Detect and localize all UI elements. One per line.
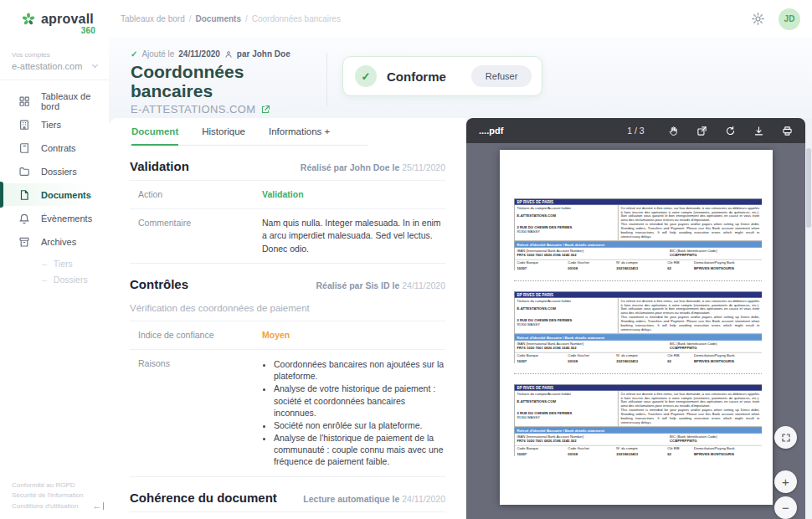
footer-link-securite[interactable]: Sécurité de l'information (12, 491, 102, 501)
rib-compte-label: N° du compte (616, 354, 665, 358)
archive-box-icon (18, 236, 30, 248)
rib-bank-name: BP RIVES DE PARIS (514, 292, 761, 298)
section-meta-date: 24/11/2020 (402, 280, 445, 290)
sidebar-item-archives[interactable]: Archives (0, 230, 109, 253)
section-meta-date: 24/11/2020 (402, 494, 445, 504)
sidebar-item-dossiers[interactable]: Dossiers (0, 160, 109, 182)
hand-tool-icon[interactable] (668, 126, 679, 136)
tab-informations[interactable]: Informations + (269, 126, 330, 145)
sidebar-nav: Tableaux de bord Tiers Contrats (0, 89, 109, 290)
section-title: Cohérence du document (130, 491, 277, 505)
validation-section-header: Validation Réalisé par John Doe le 25/11… (130, 159, 445, 173)
sidebar-item-label: Évènements (41, 213, 92, 224)
app-window: aprovall 360 Tableaux de bord / Document… (0, 0, 812, 519)
rib-code-guichet-label: Code Guichet (568, 447, 614, 451)
controles-section-header: Contrôles Réalisé par Sis ID le 24/11/20… (130, 277, 445, 291)
rib-bic-value: CCBPFRPPMTG (670, 439, 759, 444)
rib-block: BP RIVES DE PARIS Titulaire du compte/Ac… (514, 280, 762, 363)
rib-bank-name: BP RIVES DE PARIS (514, 385, 761, 391)
rib-iban-value: FR76 1020 7001 0820 2186 3245 362 (516, 254, 583, 258)
row-label: Action (138, 188, 262, 201)
breadcrumb-separator: / (245, 14, 248, 23)
download-icon[interactable] (753, 126, 764, 136)
rib-bic-value: CCBPFRPPMTG (670, 347, 759, 351)
rib-bic-value: CCBPFRPPMTG (670, 254, 759, 258)
fullscreen-button[interactable] (774, 426, 797, 449)
row-label: Indice de confiance (138, 329, 262, 342)
validation-table: Action Validation Commentaire Nam quis n… (130, 180, 445, 264)
sidebar-collapse-icon[interactable]: ← (93, 501, 105, 511)
conformity-status-card: ✓ Conforme Refuser (342, 56, 542, 96)
rib-code-guichet-label: Code Guichet (568, 354, 614, 358)
rib-band-title: Relevé d'Identité Bancaire / Bank detail… (514, 334, 761, 340)
document-detail-panel: Document Historique Informations + Valid… (109, 118, 466, 519)
rib-address-line2: 91300 MASSY (516, 322, 615, 326)
sidebar-item-tableaux-de-bord[interactable]: Tableaux de bord (0, 90, 109, 112)
sidebar-subitem-label: Tiers (54, 259, 73, 269)
rib-code-banque: 10207 (516, 266, 565, 270)
sidebar-item-contrats[interactable]: Contrats (0, 136, 109, 159)
tab-bar: Document Historique Informations + (130, 120, 367, 146)
bell-icon (18, 213, 30, 224)
rib-compte: 20218632453 (616, 452, 665, 456)
document-icon (18, 189, 30, 201)
print-icon[interactable] (782, 126, 793, 136)
table-row: Dénomination sociale Non retrouvé à l'id… (130, 512, 445, 519)
company-name: E-ATTESTATIONS.COM (131, 103, 255, 116)
zoom-in-button[interactable]: + (774, 470, 797, 493)
rib-notice-fr: Ce relevé est destiné à être remis, sur … (620, 392, 759, 408)
rib-domiciliation-label: Domiciliation/Paying Bank (694, 261, 757, 265)
breadcrumb-item-documents[interactable]: Documents (196, 14, 241, 23)
pdf-toolbar-actions (668, 126, 793, 136)
rib-code-guichet-label: Code Guichet (568, 261, 614, 265)
footer-link-conditions[interactable]: Conditions d'utilisation (12, 501, 102, 512)
sidebar-subitem-label: Dossiers (54, 275, 88, 285)
added-by: par John Doe (237, 49, 290, 59)
refuse-button[interactable]: Refuser (471, 65, 532, 87)
rib-domiciliation: BPRIVES MONTSOURIS (694, 266, 757, 270)
row-label: Raisons (138, 357, 262, 469)
account-switcher[interactable]: Vos comptes e-attestation.com (0, 48, 109, 80)
sidebar-item-documents[interactable]: Documents (0, 183, 109, 206)
controles-subheading: Vérification des coordonnées de paiement (130, 298, 445, 321)
viewer-scrollbar[interactable] (805, 118, 812, 519)
external-link-icon[interactable] (260, 105, 270, 115)
scrollbar-thumb[interactable] (806, 148, 811, 228)
section-title: Validation (130, 159, 189, 173)
added-meta: ✓ Ajouté le 24/11/2020 par John Doe (131, 49, 320, 59)
rib-notice-fr: Ce relevé est destiné à être remis, sur … (620, 206, 759, 222)
folder-icon (18, 166, 30, 177)
added-prefix: Ajouté le (141, 49, 174, 59)
sidebar-item-label: Documents (41, 190, 91, 200)
rib-iban-label: IBAN (International Bank Account Number) (516, 434, 583, 439)
sidebar-item-tiers[interactable]: Tiers (0, 113, 109, 136)
account-switcher-label: Vos comptes (12, 51, 100, 59)
section-title: Contrôles (130, 277, 188, 291)
pdf-canvas[interactable]: BP RIVES DE PARIS Titulaire du compte/Ac… (466, 143, 805, 519)
footer-link-rgpd[interactable]: Conformité au RGPD (12, 480, 102, 491)
zoom-out-button[interactable]: − (774, 496, 797, 519)
logo-wordmark: aprovall 360 (41, 13, 94, 26)
dashboard-icon (18, 95, 30, 107)
sidebar-subitem-archives-dossiers[interactable]: – Dossiers (0, 275, 109, 285)
rib-code-guichet: 00108 (568, 266, 614, 270)
user-avatar[interactable]: JD (779, 8, 800, 30)
rib-holder-name: E-ATTESTATIONS.COM (516, 400, 615, 404)
rib-notice-en: This statement is intended for your paye… (620, 316, 759, 331)
tab-historique[interactable]: Historique (202, 126, 245, 145)
reason-item: Coordonnées bancaires non ajoutées sur l… (274, 358, 445, 382)
settings-gear-icon[interactable] (751, 12, 765, 26)
reason-item: Analyse de l'historique de paiement de l… (274, 432, 445, 468)
breadcrumb-item-dashboards[interactable]: Tableaux de bord (121, 14, 185, 23)
logo[interactable]: aprovall 360 (0, 11, 109, 28)
sidebar-subitem-archives-tiers[interactable]: – Tiers (0, 259, 109, 269)
company-link[interactable]: E-ATTESTATIONS.COM (131, 103, 320, 116)
sidebar-item-evenements[interactable]: Évènements (0, 207, 109, 229)
building-icon (18, 119, 30, 131)
open-external-icon[interactable] (696, 126, 707, 136)
table-row: Indice de confiance Moyen (130, 321, 445, 350)
rib-cle: 62 (667, 359, 691, 363)
rib-code-guichet: 00108 (568, 452, 614, 456)
tab-document[interactable]: Document (131, 126, 178, 146)
rotate-icon[interactable] (725, 126, 736, 136)
